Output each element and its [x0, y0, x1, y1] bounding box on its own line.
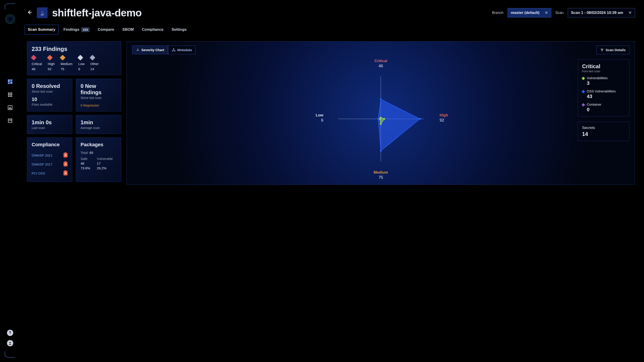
- tab-severity-chart[interactable]: Severity Chart: [132, 45, 168, 54]
- filter-icon: [600, 48, 604, 52]
- compliance-row: OWASP 2017 ✕: [32, 160, 68, 169]
- severity-diamond-icon: [90, 55, 95, 60]
- nav-chart-icon[interactable]: [7, 104, 13, 111]
- chevron-down-icon: [628, 10, 632, 15]
- tab-sbom[interactable]: SBOM: [122, 25, 135, 34]
- severity-diamond-icon: [60, 55, 65, 60]
- svg-point-36: [380, 150, 382, 152]
- radar-axis-label-medium: Medium75: [374, 170, 388, 180]
- compliance-row: OWASP 2021 ✕: [32, 151, 68, 160]
- user-account-button[interactable]: [7, 340, 13, 346]
- tab-metadata[interactable]: Metadata: [168, 45, 196, 54]
- help-button[interactable]: ?: [7, 330, 13, 336]
- new-findings-card: 0 New findings Since last scan 0 Regress…: [76, 79, 121, 111]
- svg-rect-22: [11, 120, 12, 120]
- severity-radar-chart: Critical46 High92 Medium75 Low6: [322, 60, 439, 177]
- svg-rect-10: [8, 96, 9, 97]
- svg-rect-11: [10, 96, 11, 97]
- severity-diamond-icon: [78, 55, 83, 60]
- compliance-link[interactable]: OWASP 2017: [32, 162, 52, 166]
- radar-axis-label-critical: Critical46: [374, 59, 387, 68]
- resolved-card: 0 Resolved Since last scan 10 Fixes avai…: [27, 79, 72, 111]
- radar-axis-label-low: Low6: [316, 113, 323, 123]
- compliance-fail-icon: ✕: [64, 162, 68, 166]
- project-title: shiftleft-java-demo: [52, 7, 142, 19]
- last-scan-card: 1min 0s Last scan: [27, 115, 72, 134]
- findings-summary-card: 233 Findings Critical46 High92 Medium75 …: [27, 41, 121, 75]
- svg-marker-33: [378, 99, 420, 151]
- page-tabs: Scan Summary Findings233 Compare SBOM Co…: [27, 25, 635, 34]
- svg-rect-4: [8, 93, 9, 94]
- severity-item-high[interactable]: High92: [48, 56, 55, 71]
- brand-logo: [4, 13, 16, 25]
- severity-item-low[interactable]: Low6: [78, 56, 84, 71]
- svg-rect-5: [10, 93, 11, 94]
- packages-card: Packages Total: 65 Safe 48 73.8% Vulnera…: [76, 137, 121, 182]
- svg-rect-15: [10, 107, 10, 109]
- tree-icon: [172, 48, 176, 52]
- category-diamond-icon: [582, 103, 585, 107]
- svg-point-37: [378, 118, 379, 120]
- nav-building-icon[interactable]: [7, 117, 13, 124]
- left-nav-rail: ?: [0, 0, 20, 362]
- severity-item-other[interactable]: Other14: [90, 56, 99, 71]
- tab-findings[interactable]: Findings233: [62, 25, 91, 34]
- svg-rect-9: [11, 94, 12, 95]
- severity-diamond-icon: [31, 55, 36, 60]
- compliance-link[interactable]: PCI DSS: [32, 171, 45, 175]
- chevron-down-icon: [545, 10, 548, 15]
- critical-breakdown-row: Vulnerabilities3: [582, 76, 625, 86]
- tab-scan-summary[interactable]: Scan Summary: [27, 25, 56, 34]
- scan-details-button[interactable]: Scan Details: [596, 45, 630, 54]
- svg-point-34: [380, 98, 382, 100]
- svg-point-25: [40, 14, 44, 15]
- category-diamond-icon: [582, 90, 585, 93]
- branch-selector[interactable]: master (default): [508, 8, 552, 17]
- svg-rect-3: [8, 82, 10, 84]
- category-diamond-icon: [582, 77, 585, 80]
- compliance-fail-icon: ✕: [64, 171, 68, 175]
- project-language-icon: [37, 7, 48, 18]
- svg-rect-7: [8, 94, 9, 95]
- svg-point-42: [379, 118, 381, 120]
- severity-item-critical[interactable]: Critical46: [32, 56, 42, 71]
- tab-compliance[interactable]: Compliance: [141, 25, 164, 34]
- svg-rect-14: [9, 108, 10, 109]
- scan-label: Scan: [555, 11, 564, 15]
- chart-panel: Severity Chart Metadata Scan Details: [126, 41, 635, 185]
- decorative-corner-bottom: [4, 351, 16, 360]
- svg-point-35: [419, 118, 421, 120]
- nav-grid-icon[interactable]: [7, 91, 13, 98]
- scan-selector[interactable]: Scan 1 - 08/02/2024 10:39 am: [568, 8, 635, 17]
- svg-point-24: [10, 342, 10, 343]
- avg-scan-card: 1min Average scan: [76, 115, 121, 134]
- severity-diamond-icon: [47, 55, 52, 60]
- findings-count-badge: 233: [81, 27, 90, 32]
- svg-rect-23: [11, 120, 12, 121]
- svg-rect-0: [8, 79, 10, 82]
- tab-compare[interactable]: Compare: [97, 25, 115, 34]
- secrets-card: Secrets 14: [578, 122, 630, 141]
- page-header: shiftleft-java-demo Branch master (defau…: [27, 7, 635, 19]
- branch-label: Branch: [492, 11, 504, 15]
- svg-rect-1: [10, 79, 12, 81]
- compliance-link[interactable]: OWASP 2021: [32, 153, 52, 157]
- svg-rect-19: [10, 120, 10, 120]
- critical-breakdown-row: Container0: [582, 102, 625, 113]
- back-button[interactable]: [27, 10, 32, 16]
- svg-rect-16: [11, 108, 12, 109]
- svg-point-41: [380, 123, 382, 125]
- svg-rect-21: [10, 120, 10, 121]
- compliance-row: PCI DSS ✕: [32, 169, 68, 178]
- nav-dashboard-icon[interactable]: [7, 78, 13, 85]
- severity-item-medium[interactable]: Medium75: [60, 56, 72, 71]
- critical-breakdown-card: Critical from last scan Vulnerabilities3…: [578, 59, 630, 116]
- svg-rect-6: [11, 93, 12, 94]
- svg-point-40: [383, 118, 385, 120]
- svg-rect-20: [9, 120, 10, 121]
- tab-settings[interactable]: Settings: [170, 25, 187, 34]
- compliance-card: Compliance OWASP 2021 ✕OWASP 2017 ✕PCI D…: [27, 137, 72, 182]
- radar-axis-label-high: High92: [440, 113, 448, 123]
- radar-icon: [136, 48, 140, 52]
- svg-rect-18: [9, 120, 10, 120]
